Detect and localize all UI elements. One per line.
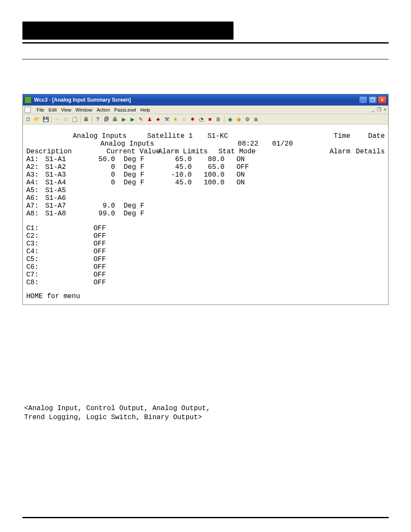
print2-icon[interactable]: 🖶 [111, 115, 119, 123]
row-limit-high [192, 194, 226, 202]
row-unit: Deg F [124, 163, 162, 171]
tool-icon[interactable]: ✎ [137, 115, 145, 123]
row-limit-high: 65.0 [192, 163, 226, 171]
cut-icon[interactable]: ✂ [53, 115, 61, 123]
help-icon[interactable]: ? [94, 115, 102, 123]
run-icon[interactable]: ▶ [120, 115, 128, 123]
analog-row[interactable]: A5:S1-A5 [26, 187, 385, 194]
open-icon[interactable]: 📂 [33, 115, 41, 123]
row-desc [45, 279, 93, 286]
row-id: C2: [26, 232, 45, 240]
row-limit-high [192, 210, 226, 218]
value-date: 01/20 [258, 140, 293, 148]
row-value: 0 [93, 179, 118, 187]
analog-row[interactable]: A2:S1-A20Deg F45.065.0OFF [26, 163, 385, 171]
analog-row[interactable]: A3:S1-A30Deg F-10.0100.0ON [26, 171, 385, 179]
row-stat: ON [226, 171, 261, 179]
paste-icon[interactable]: 📋 [71, 115, 78, 123]
analog-row[interactable]: A6:S1-A6 [26, 194, 385, 202]
mdi-close-button[interactable]: × [384, 107, 386, 112]
analog-row[interactable]: A1:S1-A150.0Deg F65.080.0ON [26, 156, 385, 163]
row-stat: OFF [226, 163, 261, 171]
row-stat [226, 194, 261, 202]
sat-icon[interactable]: ◉ [226, 115, 234, 123]
footnote-line1: <Analog Input, Control Output, Analog Ou… [24, 404, 389, 413]
footnote-line2: Trend Logging, Logic Switch, Binary Outp… [24, 413, 389, 422]
star2-icon[interactable]: ☆ [180, 115, 188, 123]
row-id: C5: [26, 255, 45, 263]
new-icon[interactable]: 🗋 [25, 115, 32, 123]
control-row[interactable]: C8:OFF [26, 279, 385, 286]
row-value: OFF [93, 271, 118, 279]
row-id: C4: [26, 248, 45, 255]
analog-row[interactable]: A7:S1-A79.0Deg F [26, 202, 385, 210]
person-icon[interactable]: ♟ [146, 115, 153, 123]
control-row[interactable]: C6:OFF [26, 263, 385, 271]
menu-passlevel[interactable]: PassLevel [114, 107, 136, 112]
menu-help[interactable]: Help [140, 107, 150, 112]
mdi-maximize-button[interactable]: ❐ [377, 107, 381, 112]
row-id: A8: [26, 210, 45, 218]
row-value [93, 187, 118, 194]
row-desc [45, 248, 93, 255]
maximize-button[interactable]: ❐ [368, 96, 377, 104]
control-row[interactable]: C5:OFF [26, 255, 385, 263]
save-icon[interactable]: 💾 [42, 115, 50, 123]
close-button[interactable]: × [378, 96, 386, 104]
header-rule-thin [22, 59, 389, 59]
toolbar-separator [51, 116, 52, 123]
row-desc: S1-A3 [45, 171, 93, 179]
clock-icon[interactable]: ◔ [197, 115, 205, 123]
menu-window[interactable]: Window [75, 107, 92, 112]
mdi-restore-button[interactable]: _ [371, 107, 374, 112]
hammer-icon[interactable]: ⚒ [163, 115, 171, 123]
row-desc [45, 263, 93, 271]
menu-view[interactable]: View [61, 107, 72, 112]
row-value: OFF [93, 224, 118, 232]
menu-file[interactable]: File [37, 107, 44, 112]
minimize-button[interactable]: _ [359, 96, 367, 104]
row-desc: S1-A1 [45, 156, 93, 163]
row-unit: Deg F [124, 171, 162, 179]
redacted-banner [22, 22, 234, 40]
row-stat [226, 202, 261, 210]
row-id: C8: [26, 279, 45, 286]
control-row[interactable]: C3:OFF [26, 240, 385, 248]
stop-icon[interactable]: ■ [206, 115, 214, 123]
control-row[interactable]: C2:OFF [26, 232, 385, 240]
preview-icon[interactable]: 🗐 [103, 115, 110, 123]
menu-action[interactable]: Action [97, 107, 110, 112]
globe-icon[interactable]: ◉ [235, 115, 243, 123]
bug-icon[interactable]: ♣ [154, 115, 162, 123]
row-stat: ON [226, 156, 261, 163]
row-value: OFF [93, 248, 118, 255]
row-stat [226, 210, 261, 218]
row-desc [45, 240, 93, 248]
value-time: 08:22 [231, 140, 258, 148]
control-row[interactable]: C1:OFF [26, 224, 385, 232]
row-limit-low: 45.0 [162, 163, 192, 171]
analog-row[interactable]: A4:S1-A40Deg F45.0100.0ON [26, 179, 385, 187]
list-icon[interactable]: ≣ [252, 115, 260, 123]
analog-row[interactable]: A8:S1-A899.0Deg F [26, 210, 385, 218]
control-row[interactable]: C7:OFF [26, 271, 385, 279]
page-icon[interactable]: 🗎 [215, 115, 222, 123]
control-row[interactable]: C4:OFF [26, 248, 385, 255]
menu-edit[interactable]: Edit [49, 107, 57, 112]
print-icon[interactable]: 🖶 [82, 115, 90, 123]
row-limit-low [162, 210, 192, 218]
mdi-doc-icon[interactable] [25, 107, 31, 113]
row-value: OFF [93, 240, 118, 248]
row-id: C6: [26, 263, 45, 271]
row-desc [45, 232, 93, 240]
run2-icon[interactable]: ▶ [128, 115, 136, 123]
toolbar-separator [224, 116, 224, 123]
row-limit-high [192, 202, 226, 210]
menu-bar: File Edit View Window Action PassLevel H… [23, 106, 388, 114]
star3-icon[interactable]: ✸ [189, 115, 196, 123]
row-value: 50.0 [93, 156, 118, 163]
row-desc [45, 255, 93, 263]
tree-icon[interactable]: ⚙ [243, 115, 251, 123]
copy-icon[interactable]: ⧉ [62, 115, 70, 123]
star-icon[interactable]: ★ [171, 115, 179, 123]
